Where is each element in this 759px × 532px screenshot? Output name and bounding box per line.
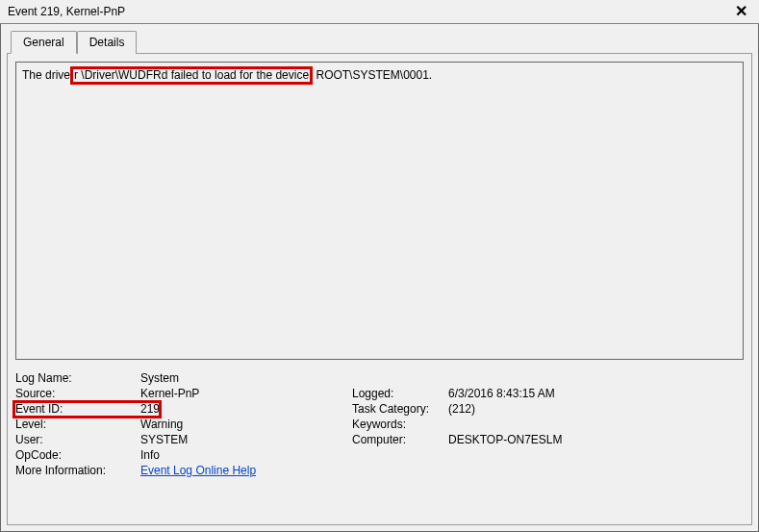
row-user-computer: User: SYSTEM Computer: DESKTOP-ON7ESLM [15,433,744,446]
source-label: Source: [15,387,140,400]
titlebar: Event 219, Kernel-PnP ✕ [0,0,759,24]
computer-value: DESKTOP-ON7ESLM [448,433,562,446]
event-id-label: Event ID: [15,402,140,416]
task-category-value: (212) [448,402,475,416]
user-label: User: [15,433,140,446]
row-log-name: Log Name: System [15,371,744,385]
event-log-online-help-link[interactable]: Event Log Online Help [140,464,256,477]
row-source-logged: Source: Kernel-PnP Logged: 6/3/2016 8:43… [15,387,744,400]
row-more-info: More Information: Event Log Online Help [15,464,744,477]
level-label: Level: [15,418,140,431]
row-opcode: OpCode: Info [15,448,744,462]
tab-general-label: General [23,36,64,49]
logged-value: 6/3/2016 8:43:15 AM [448,387,555,400]
message-suffix: ROOT\SYSTEM\0001. [313,68,432,82]
content-area: General Details The driver \Driver\WUDFR… [0,24,759,532]
computer-label: Computer: [352,433,448,446]
tab-general[interactable]: General [11,31,77,54]
details-grid: Log Name: System Source: Kernel-PnP Logg… [15,371,744,477]
source-value: Kernel-PnP [140,387,352,400]
log-name-value: System [140,371,352,385]
tab-strip: General Details [7,30,752,53]
close-icon[interactable]: ✕ [731,4,751,19]
row-level-keywords: Level: Warning Keywords: [15,418,744,431]
opcode-label: OpCode: [15,448,140,462]
level-value: Warning [140,418,352,431]
more-info-label: More Information: [15,464,140,477]
user-value: SYSTEM [140,433,352,446]
window-title: Event 219, Kernel-PnP [8,5,731,18]
keywords-label: Keywords: [352,418,448,431]
logged-label: Logged: [352,387,448,400]
message-prefix: The drive [22,68,70,82]
tab-details[interactable]: Details [77,31,138,54]
log-name-label: Log Name: [15,371,140,385]
event-properties-window: Event 219, Kernel-PnP ✕ General Details … [0,0,759,532]
message-highlight: r \Driver\WUDFRd failed to load for the … [70,66,313,85]
tab-details-label: Details [89,36,125,49]
event-id-value: 219 [140,402,352,416]
event-message-box[interactable]: The driver \Driver\WUDFRd failed to load… [15,62,744,360]
opcode-value: Info [140,448,352,462]
task-category-label: Task Category: [352,402,448,416]
row-eventid-taskcategory: Event ID: 219 Task Category: (212) [15,402,744,416]
tab-panel-general: The driver \Driver\WUDFRd failed to load… [7,53,752,525]
